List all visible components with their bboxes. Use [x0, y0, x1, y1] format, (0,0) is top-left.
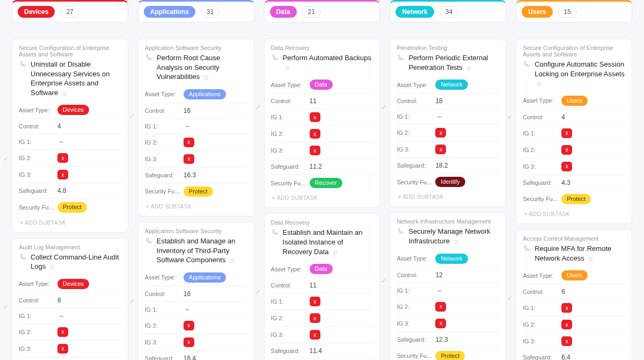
column-title-pill: Applications	[144, 6, 195, 18]
check-icon[interactable]: ✓	[380, 104, 387, 111]
column-count: 34	[440, 6, 458, 18]
check-icon[interactable]: ✓	[128, 113, 136, 119]
field-label-ig2: IG 2:	[523, 147, 561, 153]
field-label-safeguard: Safeguard:	[145, 355, 184, 360]
x-badge: x	[310, 112, 320, 122]
add-subtask-button[interactable]: + ADD SUBTASK	[523, 207, 625, 219]
control-value: 11	[310, 282, 317, 289]
check-icon[interactable]: ✓	[506, 114, 514, 120]
field-label-ig2: IG 2:	[145, 139, 184, 146]
field-label-ig3: IG 3:	[397, 320, 435, 327]
task-card[interactable]: ✓Data RecoveryEstablish and Maintain an …	[264, 213, 380, 360]
safeguard-value: 4.3	[561, 179, 570, 186]
field-label-control: Control:	[523, 114, 561, 120]
field-label-asset-type: Asset Type:	[397, 82, 435, 88]
control-value: 12	[435, 271, 442, 279]
field-label-ig3: IG 3:	[271, 332, 310, 338]
description-icon: ☰	[204, 75, 209, 81]
task-card[interactable]: ✓Network Infrastructure ManagementSecure…	[390, 212, 506, 360]
x-badge: x	[561, 320, 572, 329]
field-label-ig3: IG 3:	[145, 339, 184, 345]
task-card[interactable]: ✓Application Software SecurityPerform Ro…	[138, 39, 254, 217]
board-column-data: Data21✓Data RecoveryPerform Automated Ba…	[264, 0, 380, 360]
field-label-security-fn: Security Fu…	[397, 352, 435, 359]
column-count: 15	[558, 6, 577, 18]
column-header[interactable]: Users15	[516, 0, 632, 23]
x-badge: x	[310, 313, 320, 323]
field-label-asset-type: Asset Type:	[271, 82, 310, 88]
check-icon[interactable]: ✓	[128, 298, 136, 305]
security-fn-badge: Identify	[435, 177, 465, 187]
field-label-control: Control:	[397, 98, 435, 104]
field-label-ig2: IG 2:	[145, 322, 184, 329]
field-label-ig1: IG 1:	[145, 123, 184, 129]
control-value: 6	[561, 288, 565, 296]
asset-type-badge: Network	[435, 254, 467, 264]
description-icon: ☰	[333, 250, 338, 256]
description-icon: ☰	[50, 264, 55, 270]
field-label-ig2: IG 2:	[523, 321, 561, 328]
dash-value: –	[435, 113, 441, 120]
field-label-ig2: IG 2:	[397, 129, 435, 136]
task-card[interactable]: ✓Access Control ManagementRequire MFA fo…	[516, 229, 632, 360]
check-icon[interactable]: ✓	[2, 304, 10, 310]
phone-icon	[19, 61, 26, 68]
x-badge: x	[435, 302, 446, 312]
field-label-security-fn: Security Fu…	[397, 179, 435, 185]
card-title: Establish and Maintain an Isolated Insta…	[283, 228, 374, 256]
safeguard-value: 4.8	[57, 187, 67, 195]
card-title: Require MFA for Remote Network Access ☰	[535, 244, 625, 263]
x-badge: x	[310, 297, 320, 306]
asset-type-badge: Network	[435, 80, 467, 90]
x-badge: x	[57, 344, 68, 354]
task-card[interactable]: ✓Data RecoveryPerform Automated Backups …	[264, 39, 380, 208]
task-card[interactable]: ✓Secure Configuration of Enterprise Asse…	[516, 39, 632, 224]
column-header[interactable]: Data21	[264, 0, 380, 23]
field-label-security-fn: Security Fu…	[523, 196, 561, 202]
add-subtask-button[interactable]: + ADD SUBTASK	[19, 216, 121, 228]
task-card[interactable]: ✓Penetration TestingPerform Periodic Ext…	[390, 39, 506, 207]
column-count: 21	[302, 6, 321, 18]
x-badge: x	[561, 303, 572, 313]
field-label-ig2: IG 2:	[271, 315, 310, 321]
check-icon[interactable]: ✓	[254, 289, 262, 295]
asset-type-badge: Data	[310, 264, 333, 274]
x-badge: x	[310, 146, 320, 155]
x-badge: x	[57, 153, 68, 163]
control-value: 4	[57, 123, 61, 130]
field-label-control: Control:	[271, 282, 310, 289]
asset-type-badge: Applications	[184, 89, 226, 99]
task-card[interactable]: ✓Audit Log ManagementCollect Command-Lin…	[12, 238, 128, 360]
field-label-safeguard: Safeguard:	[523, 179, 561, 186]
field-label-ig1: IG 1:	[19, 313, 57, 319]
field-label-asset-type: Asset Type:	[19, 280, 57, 287]
column-title-pill: Devices	[18, 6, 55, 18]
safeguard-value: 11.4	[310, 347, 322, 355]
column-header[interactable]: Network34	[390, 0, 506, 23]
field-label-safeguard: Safeguard:	[397, 336, 435, 343]
asset-type-badge: Users	[561, 96, 588, 106]
field-label-asset-type: Asset Type:	[19, 107, 57, 113]
task-card[interactable]: ✓Application Software SecurityEstablish …	[138, 222, 254, 360]
column-header[interactable]: Applications31	[138, 0, 254, 23]
column-header[interactable]: Devices27	[12, 0, 128, 23]
add-subtask-button[interactable]: + ADD SUBTASK	[397, 190, 499, 202]
check-icon[interactable]: ✓	[380, 278, 387, 284]
field-label-asset-type: Asset Type:	[271, 266, 310, 272]
phone-icon	[271, 54, 279, 62]
description-icon: ☰	[230, 258, 235, 264]
add-subtask-button[interactable]: + ADD SUBTASK	[271, 191, 374, 203]
add-subtask-button[interactable]: + ADD SUBTASK	[145, 200, 247, 212]
description-icon: ☰	[537, 81, 541, 87]
x-badge: x	[184, 337, 194, 347]
x-badge: x	[57, 170, 68, 179]
check-icon[interactable]: ✓	[2, 156, 10, 162]
task-card[interactable]: ✓Secure Configuration of Enterprise Asse…	[12, 39, 128, 233]
check-icon[interactable]: ✓	[506, 295, 514, 301]
field-label-asset-type: Asset Type:	[523, 272, 561, 279]
field-label-asset-type: Asset Type:	[145, 91, 184, 97]
field-label-ig2: IG 2:	[271, 131, 310, 137]
check-icon[interactable]: ✓	[254, 104, 262, 111]
field-label-security-fn: Security Fu…	[19, 204, 57, 211]
card-title: Configure Automatic Session Locking on E…	[535, 60, 625, 88]
